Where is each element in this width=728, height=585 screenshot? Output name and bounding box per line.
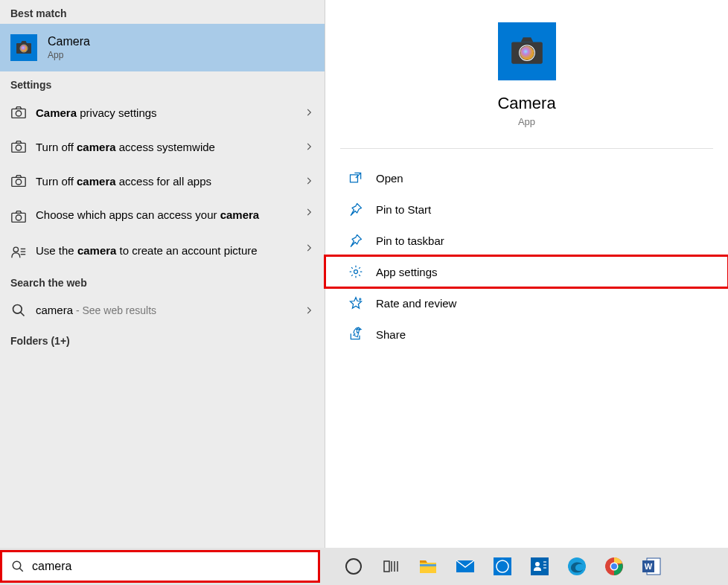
chrome-icon <box>604 556 625 577</box>
task-view-button[interactable] <box>378 554 403 579</box>
cortana-button[interactable] <box>341 554 366 579</box>
chevron-right-icon <box>304 243 314 253</box>
camera-icon <box>10 173 27 189</box>
star-icon <box>348 295 364 311</box>
settings-item-label: Use the camera to create an account pict… <box>36 243 296 258</box>
chevron-right-icon <box>304 176 314 186</box>
settings-item-label: Turn off camera access for all apps <box>36 173 296 189</box>
mail-icon <box>455 556 476 577</box>
chevron-right-icon <box>304 107 314 118</box>
svg-rect-15 <box>384 561 389 572</box>
settings-item-label: Camera privacy settings <box>36 105 296 121</box>
share-icon <box>348 326 364 342</box>
action-label: Pin to taskbar <box>376 234 444 247</box>
mail-button[interactable] <box>453 554 478 579</box>
person-list-icon <box>10 244 27 260</box>
web-result-label: camera - See web results <box>36 302 296 319</box>
camera-icon <box>10 138 27 155</box>
action-rate-and-review[interactable]: Rate and review <box>325 287 728 319</box>
best-match-title: Camera <box>48 35 90 48</box>
dell-app-button[interactable] <box>490 554 515 579</box>
edge-icon <box>566 556 587 577</box>
contacts-app-button[interactable] <box>527 554 552 579</box>
chevron-right-icon <box>304 305 314 316</box>
edge-button[interactable] <box>564 554 590 579</box>
chevron-right-icon <box>304 141 314 152</box>
search-icon <box>11 560 25 573</box>
action-open[interactable]: Open <box>325 162 728 194</box>
camera-icon <box>10 104 27 121</box>
gear-icon <box>348 263 364 280</box>
settings-header: Settings <box>0 71 325 95</box>
search-icon <box>10 302 27 319</box>
folders-header: Folders (1+) <box>0 327 325 351</box>
chrome-button[interactable] <box>601 554 627 579</box>
action-share[interactable]: Share <box>325 319 728 350</box>
settings-item-turn-off-systemwide[interactable]: Turn off camera access systemwide <box>0 130 325 164</box>
detail-subtitle: App <box>518 116 535 127</box>
file-explorer-icon <box>418 556 438 577</box>
action-label: Rate and review <box>376 297 456 310</box>
search-results-panel: Best match Camera App Settings Camera pr… <box>0 0 325 548</box>
svg-rect-20 <box>420 564 436 566</box>
settings-item-label: Choose which apps can access your camera <box>36 207 296 223</box>
svg-point-29 <box>568 557 586 575</box>
camera-app-icon <box>10 34 37 61</box>
word-button[interactable]: W <box>639 554 664 579</box>
file-explorer-button[interactable] <box>415 554 441 579</box>
action-label: Share <box>376 328 406 341</box>
contacts-icon <box>529 556 550 577</box>
search-input[interactable] <box>32 560 309 573</box>
action-label: Open <box>376 172 403 185</box>
action-pin-to-start[interactable]: Pin to Start <box>325 194 728 225</box>
action-pin-to-taskbar[interactable]: Pin to taskbar <box>325 225 728 256</box>
svg-text:W: W <box>645 562 653 571</box>
best-match-camera-app[interactable]: Camera App <box>0 24 325 71</box>
web-result-camera[interactable]: camera - See web results <box>0 293 325 327</box>
dell-icon <box>492 556 513 577</box>
action-label: Pin to Start <box>376 203 431 216</box>
action-label: App settings <box>376 266 438 278</box>
search-web-header: Search the web <box>0 269 325 293</box>
settings-item-choose-apps[interactable]: Choose which apps can access your camera <box>0 198 325 234</box>
best-match-subtitle: App <box>48 50 90 60</box>
action-app-settings[interactable]: App settings <box>325 256 728 287</box>
svg-point-25 <box>535 562 540 566</box>
svg-point-32 <box>611 563 617 569</box>
chevron-right-icon <box>304 207 314 217</box>
svg-rect-24 <box>531 557 549 575</box>
camera-icon <box>10 208 27 225</box>
detail-title: Camera <box>497 94 555 113</box>
detail-panel: Camera App OpenPin to StartPin to taskba… <box>325 0 728 548</box>
settings-item-label: Turn off camera access systemwide <box>36 139 296 155</box>
taskbar-search-box[interactable] <box>0 550 320 583</box>
pin-icon <box>348 232 364 249</box>
cortana-icon <box>345 558 362 575</box>
settings-item-turn-off-all-apps[interactable]: Turn off camera access for all apps <box>0 164 325 198</box>
best-match-header: Best match <box>0 0 325 24</box>
pin-icon <box>348 201 364 217</box>
settings-item-privacy[interactable]: Camera privacy settings <box>0 95 325 130</box>
open-icon <box>348 170 364 186</box>
settings-item-account-picture[interactable]: Use the camera to create an account pict… <box>0 234 325 269</box>
taskbar: W <box>0 548 728 585</box>
word-icon: W <box>641 556 662 577</box>
task-view-icon <box>382 557 400 575</box>
detail-app-icon <box>498 22 556 80</box>
